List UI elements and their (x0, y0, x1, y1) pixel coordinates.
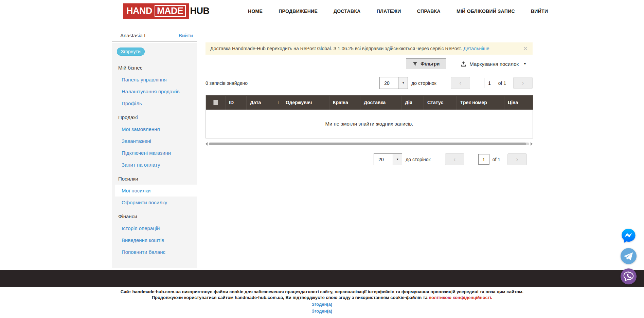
sidebar-section-sales: Продажі (112, 111, 197, 123)
empty-row: Ми не змогли знайти жодних записів. (206, 110, 533, 138)
logout-link[interactable]: Вийти (179, 33, 193, 38)
nav-promotion[interactable]: ПРОДВИЖЕНИЕ (279, 8, 318, 14)
agree-link-1[interactable]: Згоден(а) (0, 301, 644, 307)
sidebar-item-connected-shops[interactable]: Підключені магазини (112, 147, 197, 159)
scroll-right-arrow[interactable] (531, 142, 533, 146)
logo-made: MADE (155, 5, 186, 17)
page-number-input[interactable] (484, 78, 495, 88)
collapse-button[interactable]: Згорнути (117, 48, 145, 56)
banner-text: Доставка Handmade-Hub переходить на RePo… (210, 46, 462, 51)
scrollbar-thumb[interactable] (209, 143, 526, 145)
dropdown-arrow-icon: ▼ (398, 77, 408, 89)
sidebar-item-transaction-history[interactable]: Історія операцій (112, 222, 197, 234)
sidebar-item-sales-settings[interactable]: Налаштування продажів (112, 86, 197, 97)
sidebar-section-my-business: Мій бізнес (112, 62, 197, 74)
horizontal-scrollbar (205, 142, 533, 146)
pagination-top: 20 ▼ до сторінок ‹ of 1 › (379, 77, 533, 89)
column-action[interactable]: Дія (401, 95, 424, 110)
main-nav: HOME ПРОДВИЖЕНИЕ ДОСТАВКА ПЛАТЕЖИ СПРАВК… (248, 0, 548, 22)
column-delivery[interactable]: Доставка (360, 95, 401, 110)
prev-page-button-bottom[interactable]: ‹ (445, 153, 464, 165)
sidebar-item-my-orders[interactable]: Мої замовлення (112, 123, 197, 135)
per-page-label: до сторінок (411, 80, 436, 86)
parcels-table: ID Дата↑ Одержувач Країна Доставка Дія С… (205, 95, 533, 138)
page-number-input-bottom[interactable] (478, 154, 489, 165)
page-size-value: 20 (380, 77, 398, 89)
scroll-left-arrow[interactable] (205, 142, 208, 146)
page-of-label-bottom: of 1 (493, 157, 500, 162)
logo[interactable]: HANDMADE HUB (123, 3, 210, 19)
chevron-down-icon: ▼ (523, 62, 526, 66)
sort-asc-icon: ↑ (277, 100, 279, 105)
next-page-button-bottom[interactable]: › (507, 153, 527, 165)
sidebar-section-parcels: Посилки (112, 173, 197, 185)
nav-home[interactable]: HOME (248, 8, 263, 14)
parcel-marking-label: Маркування посилок (469, 61, 519, 67)
prev-page-button[interactable]: ‹ (451, 77, 470, 89)
nav-signout[interactable]: ВИЙТИ (531, 8, 548, 14)
messenger-icon (621, 228, 637, 244)
viber-icon (621, 268, 637, 284)
telegram-button[interactable] (621, 248, 637, 264)
content-area: Anastasia I Вийти Згорнути Мій бізнес Па… (0, 22, 644, 270)
dropdown-arrow-icon-bottom: ▼ (393, 154, 402, 165)
count-row: 0 записів знайдено 20 ▼ до сторінок ‹ of… (205, 77, 533, 89)
viber-button[interactable] (621, 268, 637, 284)
parcel-marking-button[interactable]: Маркування посилок ▼ (461, 61, 526, 67)
cookie-text-line2-prefix: Продовжуючи користуватися сайтом handmad… (152, 295, 429, 300)
column-status[interactable]: Статус (424, 95, 457, 110)
column-date[interactable]: Дата↑ (247, 95, 282, 110)
messenger-button[interactable] (621, 228, 637, 244)
column-price[interactable]: Ціна (504, 95, 533, 110)
nav-delivery[interactable]: ДОСТАВКА (334, 8, 361, 14)
sidebar-item-top-up-balance[interactable]: Поповнити баланс (112, 246, 197, 258)
column-recipient[interactable]: Одержувач (282, 95, 329, 110)
header-checkbox-cell (206, 95, 226, 110)
sidebar-item-dashboard[interactable]: Панель управління (112, 74, 197, 86)
page-size-value-bottom: 20 (374, 154, 393, 165)
per-page-label-bottom: до сторінок (406, 157, 430, 162)
scrollbar-track[interactable] (209, 143, 529, 145)
filters-button-label: Фільтри (421, 61, 440, 67)
sidebar-item-profile[interactable]: Профіль (112, 97, 197, 109)
user-row: Anastasia I Вийти (112, 29, 197, 42)
logo-hand: HAND (126, 6, 152, 16)
telegram-icon (621, 248, 637, 264)
notification-banner: Доставка Handmade-Hub переходить на RePo… (205, 42, 533, 55)
user-name: Anastasia I (120, 33, 145, 38)
table-header-row: ID Дата↑ Одержувач Країна Доставка Дія С… (206, 95, 533, 110)
column-country[interactable]: Країна (329, 95, 360, 110)
page-size-select-bottom[interactable]: 20 ▼ (374, 153, 402, 165)
close-icon[interactable]: ✕ (523, 45, 528, 52)
sidebar-item-my-parcels[interactable]: Мої посилки (115, 185, 197, 197)
cookie-text-line2: Продовжуючи користуватися сайтом handmad… (0, 295, 644, 300)
sidebar-item-withdraw-funds[interactable]: Виведення коштів (112, 234, 197, 246)
column-id[interactable]: ID (226, 95, 247, 110)
privacy-policy-link[interactable]: політикою конфіденційності. (429, 295, 492, 300)
page-of-label: of 1 (498, 80, 506, 86)
sidebar-section-finance: Фінанси (112, 210, 197, 222)
filter-funnel-icon (413, 61, 417, 66)
cookie-text-line1: Сайт handmade-hub.com.ua використовує фа… (0, 289, 644, 295)
agree-link-2[interactable]: Згоден(а) (0, 308, 644, 314)
column-date-label: Дата (250, 100, 261, 105)
next-page-button[interactable]: › (513, 77, 533, 89)
filters-button[interactable]: Фільтри (406, 58, 446, 69)
sidebar-item-payment-request[interactable]: Запит на оплату (112, 159, 197, 171)
page-size-select[interactable]: 20 ▼ (379, 77, 408, 89)
sidebar: Anastasia I Вийти Згорнути Мій бізнес Па… (112, 22, 197, 268)
sidebar-item-create-parcel[interactable]: Оформити посилку (112, 197, 197, 208)
footer: Сайт handmade-hub.com.ua використовує фа… (0, 289, 644, 314)
nav-help[interactable]: СПРАВКА (417, 8, 441, 14)
pagination-bottom-wrap: 20 ▼ до сторінок ‹ of 1 › (205, 153, 533, 165)
nav-payments[interactable]: ПЛАТЕЖИ (377, 8, 401, 14)
select-all-checkbox[interactable] (213, 100, 218, 105)
nav-account[interactable]: МІЙ ОБЛІКОВИЙ ЗАПИС (457, 8, 515, 14)
pagination-bottom: 20 ▼ до сторінок ‹ of 1 › (374, 153, 527, 165)
sidebar-item-uploaded[interactable]: Завантажені (112, 135, 197, 147)
logo-red-box: HANDMADE (123, 3, 189, 19)
sidebar-panel: Згорнути Мій бізнес Панель управління На… (112, 43, 197, 268)
header: HANDMADE HUB HOME ПРОДВИЖЕНИЕ ДОСТАВКА П… (0, 0, 644, 22)
column-track-number[interactable]: Трек номер (457, 95, 504, 110)
banner-details-link[interactable]: Детальніше (463, 46, 489, 51)
